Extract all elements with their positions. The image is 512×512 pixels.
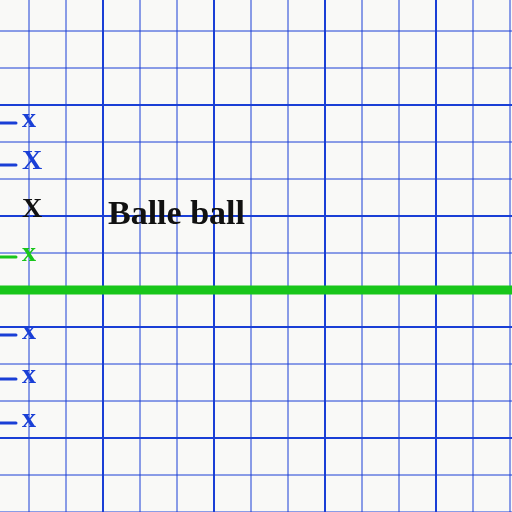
chart-canvas: Balle ball xXXxxxx (0, 0, 512, 512)
tick-dashes (0, 0, 512, 512)
